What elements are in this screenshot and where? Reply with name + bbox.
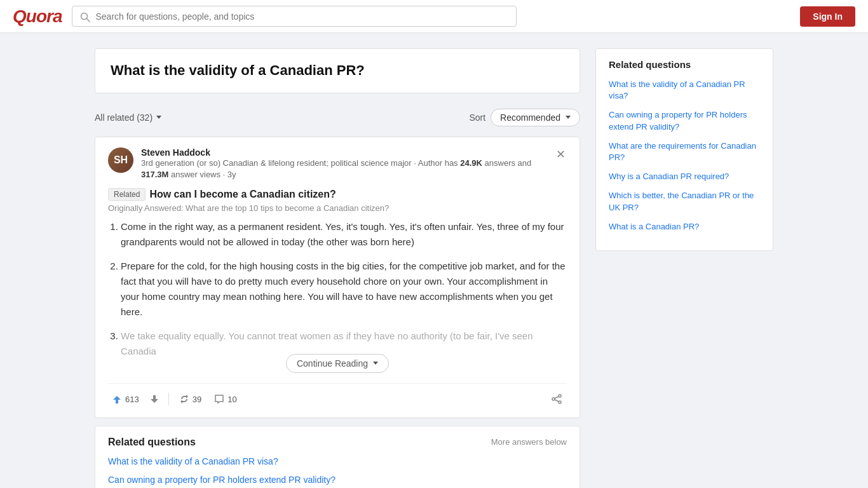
question-title: What is the validity of a Canadian PR? bbox=[111, 62, 564, 80]
answer-card: SH Steven Haddock 3rd generation (or so)… bbox=[95, 137, 580, 418]
right-link-1[interactable]: What is the validity of a Canadian PR vi… bbox=[609, 79, 760, 102]
answer-footer: 613 39 bbox=[108, 383, 567, 407]
quora-logo[interactable]: Quora bbox=[13, 6, 62, 27]
reshare-button[interactable]: 39 bbox=[174, 391, 207, 407]
answer-item-2: Prepare for the cold, for the high housi… bbox=[121, 259, 567, 320]
all-related-filter[interactable]: All related (32) bbox=[95, 112, 161, 123]
author-info: Steven Haddock 3rd generation (or so) Ca… bbox=[141, 147, 547, 180]
divider bbox=[168, 393, 169, 405]
answer-item-1-text: Come in the right way, as a permanent re… bbox=[121, 221, 564, 247]
right-link-4[interactable]: Why is a Canadian PR required? bbox=[609, 171, 760, 182]
svg-point-2 bbox=[559, 395, 561, 397]
answer-item-2-text: Prepare for the cold, for the high housi… bbox=[121, 261, 566, 317]
related-badge: Related How can I become a Canadian citi… bbox=[108, 188, 336, 201]
author-bio-suffix: answer views · 3y bbox=[168, 170, 236, 179]
avatar: SH bbox=[108, 147, 133, 173]
answer-header: SH Steven Haddock 3rd generation (or so)… bbox=[108, 147, 567, 180]
downvote-button[interactable] bbox=[146, 391, 163, 407]
answer-item-1: Come in the right way, as a permanent re… bbox=[121, 219, 567, 250]
search-bar bbox=[72, 6, 517, 26]
reshare-count: 39 bbox=[193, 395, 201, 404]
related-tag: Related bbox=[108, 188, 146, 201]
left-column: What is the validity of a Canadian PR? A… bbox=[95, 48, 580, 488]
svg-point-3 bbox=[552, 398, 555, 400]
chevron-down-icon bbox=[373, 362, 378, 365]
comment-button[interactable]: 10 bbox=[209, 391, 241, 407]
svg-line-1 bbox=[87, 18, 90, 22]
author-views-count: 317.3M bbox=[141, 170, 168, 179]
filter-bar: All related (32) Sort Recommended bbox=[95, 101, 580, 129]
related-question-title[interactable]: How can I become a Canadian citizen? bbox=[149, 189, 336, 200]
avatar-image: SH bbox=[108, 147, 133, 173]
author-answers-count: 24.9K bbox=[460, 158, 482, 168]
question-card: What is the validity of a Canadian PR? bbox=[95, 48, 580, 93]
close-button[interactable]: ✕ bbox=[555, 147, 567, 161]
more-answers-label: More answers below bbox=[491, 437, 567, 447]
upvote-button[interactable]: 613 bbox=[108, 391, 143, 407]
share-button[interactable] bbox=[546, 391, 567, 407]
svg-point-4 bbox=[559, 401, 561, 403]
recommended-label: Recommended bbox=[500, 112, 560, 123]
related-questions-title: Related questions bbox=[108, 437, 196, 448]
author-name[interactable]: Steven Haddock bbox=[141, 147, 547, 158]
comment-count: 10 bbox=[227, 395, 236, 404]
continue-reading-label: Continue Reading bbox=[297, 358, 368, 369]
search-icon bbox=[80, 10, 90, 22]
right-link-2[interactable]: Can owning a property for PR holders ext… bbox=[609, 109, 760, 132]
upvote-icon bbox=[112, 394, 122, 405]
answer-item-3-text: We take equality equally. You cannot tre… bbox=[121, 330, 533, 356]
originally-answered: Originally Answered: What are the top 10… bbox=[108, 203, 567, 213]
author-bio-mid: answers and bbox=[482, 158, 531, 168]
upvote-count: 613 bbox=[125, 395, 139, 404]
related-questions-card: Related questions More answers below Wha… bbox=[95, 426, 580, 488]
related-link-2[interactable]: Can owning a property for PR holders ext… bbox=[108, 474, 567, 487]
right-sidebar-card: Related questions What is the validity o… bbox=[595, 48, 773, 251]
right-link-3[interactable]: What are the requirements for Canadian P… bbox=[609, 140, 760, 163]
main-container: What is the validity of a Canadian PR? A… bbox=[85, 33, 783, 488]
svg-line-5 bbox=[555, 396, 559, 398]
related-link-1[interactable]: What is the validity of a Canadian PR vi… bbox=[108, 456, 567, 468]
author-bio: 3rd generation (or so) Canadian & lifelo… bbox=[141, 158, 547, 180]
chevron-down-icon bbox=[156, 116, 161, 119]
header: Quora Sign In bbox=[0, 0, 868, 33]
sort-label: Sort bbox=[469, 112, 485, 123]
author-bio-prefix: 3rd generation (or so) Canadian & lifelo… bbox=[141, 158, 460, 168]
chevron-down-icon bbox=[566, 116, 571, 119]
continue-reading-button[interactable]: Continue Reading bbox=[286, 354, 389, 373]
related-questions-header: Related questions More answers below bbox=[108, 437, 567, 448]
right-card-title: Related questions bbox=[609, 59, 760, 70]
all-related-label: All related (32) bbox=[95, 112, 153, 123]
answer-body: Come in the right way, as a permanent re… bbox=[108, 219, 567, 359]
sign-in-button[interactable]: Sign In bbox=[800, 6, 855, 27]
svg-line-6 bbox=[555, 400, 559, 402]
continue-reading-wrapper: Continue Reading bbox=[108, 354, 567, 373]
search-input[interactable] bbox=[95, 11, 508, 22]
right-column: Related questions What is the validity o… bbox=[595, 48, 773, 488]
right-link-6[interactable]: What is a Canadian PR? bbox=[609, 221, 760, 233]
right-link-5[interactable]: Which is better, the Canadian PR or the … bbox=[609, 190, 760, 213]
sort-dropdown[interactable]: Recommended bbox=[491, 109, 580, 126]
